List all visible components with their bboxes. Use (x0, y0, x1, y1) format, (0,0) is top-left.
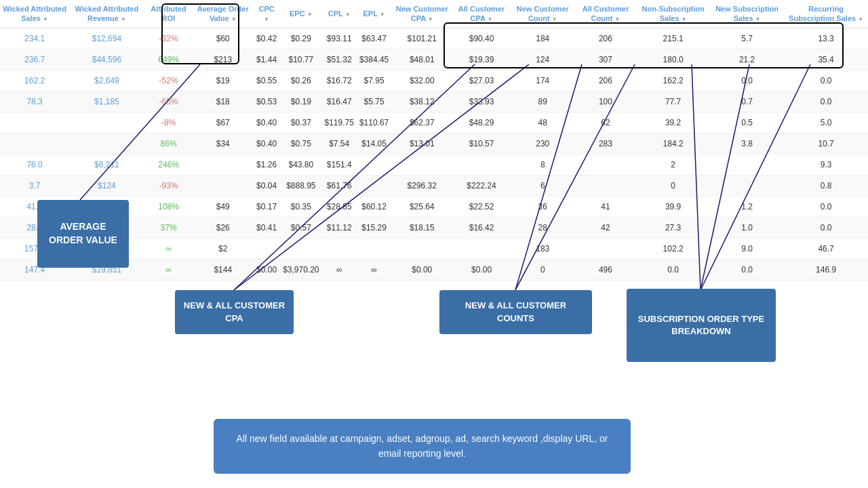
table-cell: $16.72 (322, 70, 357, 91)
table-cell: 0.0 (784, 196, 868, 217)
table-row: 162.2$2,649-52%$19$0.55$0.26$16.72$7.95$… (0, 70, 868, 91)
table-cell: 0.5 (710, 112, 784, 133)
table-cell: $32.00 (391, 70, 452, 91)
table-cell: $16.42 (452, 217, 511, 238)
table-cell: 46.7 (784, 238, 868, 259)
table-cell: 206 (575, 70, 637, 91)
table-cell: $12,694 (69, 28, 144, 49)
table-cell (452, 238, 511, 259)
table-cell: 39.2 (636, 112, 710, 133)
table-cell: $2 (193, 238, 253, 259)
table-cell: $0.53 (253, 91, 280, 112)
table-cell (357, 175, 391, 196)
table-cell: ∞ (357, 259, 391, 280)
table-cell (575, 154, 637, 175)
table-cell: $10.57 (452, 133, 511, 154)
sort-arrow-recurring-sub-sales: ▼ (858, 16, 863, 23)
table-cell: 36 (511, 196, 575, 217)
table-cell: 108% (144, 196, 193, 217)
table-cell: $7.95 (357, 70, 391, 91)
table-cell: ∞ (144, 238, 193, 259)
table-cell (69, 112, 144, 133)
table-cell: $67 (193, 112, 253, 133)
col-header-cpl[interactable]: CPL ▼ (322, 0, 357, 28)
table-cell: $44,596 (69, 49, 144, 70)
table-cell: $48.29 (452, 112, 511, 133)
col-header-cpc[interactable]: CPC ▼ (253, 0, 280, 28)
table-cell (357, 238, 391, 259)
table-cell (357, 154, 391, 175)
table-cell: $2,649 (69, 70, 144, 91)
table-cell: 0.7 (710, 91, 784, 112)
table-cell: $0.42 (253, 28, 280, 49)
table-cell: 100 (575, 91, 637, 112)
table-cell: $0.75 (280, 133, 321, 154)
table-cell: 9.0 (710, 238, 784, 259)
table-cell: 184.2 (636, 133, 710, 154)
table-cell: 102.2 (636, 238, 710, 259)
table-cell: 496 (575, 259, 637, 280)
col-header-new-cust-cpa[interactable]: New Customer CPA ▼ (391, 0, 452, 28)
table-cell: 2 (636, 154, 710, 175)
sort-arrow-wicked-sales: ▼ (43, 16, 48, 23)
table-cell: $144 (193, 259, 253, 280)
col-header-epl[interactable]: EPL ▼ (357, 0, 391, 28)
table-cell: 28 (511, 217, 575, 238)
sort-arrow-epc: ▼ (307, 12, 313, 18)
table-cell (193, 154, 253, 175)
table-cell: 0.0 (636, 259, 710, 280)
table-cell: -8% (144, 112, 193, 133)
table-cell: 0.0 (710, 70, 784, 91)
table-cell: 89 (511, 91, 575, 112)
table-cell: $38.12 (391, 91, 452, 112)
table-cell: $27.03 (452, 70, 511, 91)
table-cell: $22.52 (452, 196, 511, 217)
table-cell: 39.9 (636, 196, 710, 217)
table-cell: 0.0 (784, 70, 868, 91)
table-cell: 62 (575, 112, 637, 133)
table-cell: 10.7 (784, 133, 868, 154)
table-cell: $62.37 (391, 112, 452, 133)
sort-arrow-new-cust-cpa: ▼ (428, 16, 433, 23)
table-cell: 162.2 (636, 70, 710, 91)
table-cell: $0.00 (253, 259, 280, 280)
table-cell: 246% (144, 154, 193, 175)
table-row: 3.7$124-93%$0.04$888.95$61.76$296.32$222… (0, 175, 868, 196)
table-cell: 0 (511, 259, 575, 280)
table-cell: $26 (193, 217, 253, 238)
table-cell: 1.0 (710, 217, 784, 238)
col-header-wicked-rev[interactable]: Wicked Attributed Revenue ▼ (69, 0, 144, 28)
table-row: 147.4$19,851∞$144$0.00$3,970.20∞∞$0.00$0… (0, 259, 868, 280)
table-cell (69, 133, 144, 154)
table-cell: $1,185 (69, 91, 144, 112)
table-cell: 3.7 (0, 175, 69, 196)
table-cell: $3,970.20 (280, 259, 321, 280)
table-cell (575, 238, 637, 259)
table-cell: -93% (144, 175, 193, 196)
table-cell: 162.2 (0, 70, 69, 91)
table-cell: 1.2 (710, 196, 784, 217)
col-header-epc[interactable]: EPC ▼ (280, 0, 321, 28)
table-cell: $28.85 (322, 196, 357, 217)
table-cell: $1.44 (253, 49, 280, 70)
table-cell: 183 (511, 238, 575, 259)
table-cell: 76.0 (0, 154, 69, 175)
table-cell: 41 (575, 196, 637, 217)
table-cell: -65% (144, 91, 193, 112)
table-row: 76.0$6,211246%$1.26$43.80$151.4829.3 (0, 154, 868, 175)
col-header-wicked-sales[interactable]: Wicked Attributed Sales ▼ (0, 0, 69, 28)
table-cell: $49 (193, 196, 253, 217)
table-cell: $0.35 (280, 196, 321, 217)
table-cell: $33.93 (452, 91, 511, 112)
table-row: 86%$34$0.40$0.75$7.54$14.05$13.01$10.572… (0, 133, 868, 154)
sort-arrow-cpl: ▼ (345, 12, 351, 18)
table-cell: 3.8 (710, 133, 784, 154)
table-cell: $124 (69, 175, 144, 196)
table-cell (575, 175, 637, 196)
table-cell (280, 238, 321, 259)
table-cell: $18 (193, 91, 253, 112)
table-cell: -52% (144, 70, 193, 91)
table-cell: 0 (636, 175, 710, 196)
table-cell: $0.17 (253, 196, 280, 217)
table-cell: 283 (575, 133, 637, 154)
